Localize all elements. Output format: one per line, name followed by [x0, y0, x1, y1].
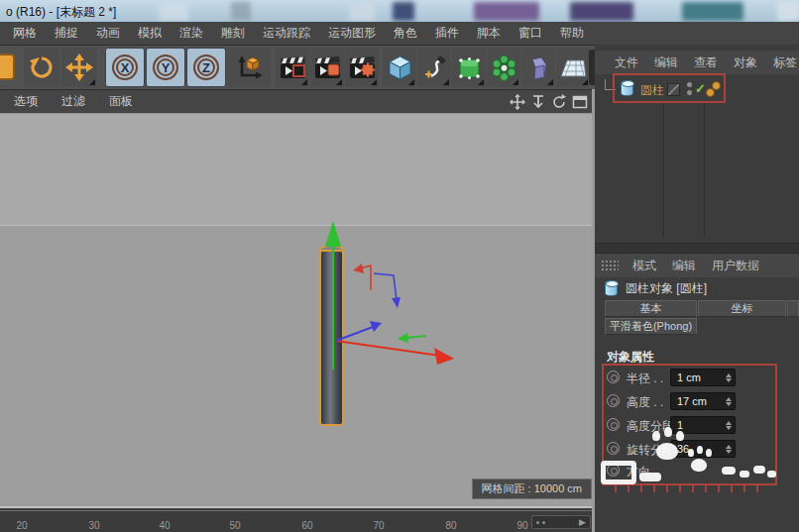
menu-item[interactable]: 运动跟踪 — [254, 25, 319, 42]
timeline-ruler[interactable]: 20 30 40 50 60 70 80 90 ▶ — [0, 510, 595, 532]
floor-environment-button[interactable] — [556, 48, 590, 87]
zoom-view-icon[interactable] — [529, 93, 547, 111]
panel-divider[interactable] — [595, 243, 799, 254]
menu-item[interactable]: 角色 — [385, 25, 426, 42]
plane-handle-blue — [392, 297, 400, 308]
chevron-right-icon: ▶ — [579, 517, 586, 527]
om-menu-item[interactable]: 对象 — [726, 54, 765, 71]
move-tool-button[interactable] — [61, 48, 97, 87]
annotation-box-object — [613, 73, 726, 103]
rotate-icon — [28, 53, 56, 81]
om-menu-item[interactable]: 查看 — [686, 54, 726, 71]
om-column-divider — [663, 103, 664, 238]
tab-phong[interactable]: 平滑着色(Phong) — [605, 318, 697, 335]
annotation-ticks — [615, 485, 765, 492]
menu-item[interactable]: 窗口 — [510, 25, 551, 42]
primitive-cube-button[interactable] — [383, 48, 416, 87]
cube-icon — [387, 54, 413, 81]
render-picture-viewer-icon — [313, 54, 341, 80]
menu-item[interactable]: 捕捉 — [46, 25, 87, 42]
lock-x-axis-button[interactable]: X — [105, 48, 145, 87]
x-axis-arrow — [434, 348, 454, 365]
background-window-thumbnail — [349, 2, 375, 21]
object-manager-menubar: 文件 编辑 查看 对象 标签 — [595, 51, 799, 74]
menu-item[interactable]: 网格 — [4, 25, 46, 42]
timeline-tick: 70 — [369, 520, 389, 531]
background-window-thumbnail — [231, 2, 251, 21]
am-menu-item[interactable]: 用户数据 — [704, 258, 767, 274]
plane-handle-red — [353, 264, 364, 273]
array-generator-button[interactable] — [487, 48, 520, 87]
toggle-view-icon[interactable] — [571, 93, 589, 111]
floor-icon — [559, 54, 587, 81]
edit-render-settings-button[interactable] — [345, 48, 379, 87]
subdivision-surface-button[interactable] — [452, 48, 486, 87]
coordinate-system-button[interactable] — [227, 48, 271, 87]
lock-z-label: Z — [202, 60, 210, 75]
right-panel: 文件 编辑 查看 对象 标签 圆柱 ✓ 模式 编辑 用 — [595, 45, 799, 532]
timeline-tick: 50 — [225, 520, 245, 531]
window-title: o (R16) - [末标题 2 *] — [6, 4, 116, 21]
lock-x-label: X — [121, 60, 130, 75]
om-menu-item[interactable]: 编辑 — [646, 54, 686, 71]
attribute-title-label: 圆柱对象 [圆柱] — [626, 280, 707, 297]
menu-item[interactable]: 运动图形 — [319, 25, 385, 42]
timeline-tick: 40 — [155, 520, 174, 531]
toolbar: X Y Z — [0, 46, 595, 89]
main-menubar: 网格 捕捉 动画 模拟 渲染 雕刻 运动跟踪 运动图形 角色 插件 脚本 窗口 … — [0, 22, 799, 46]
deformer-button[interactable] — [521, 48, 555, 87]
rotate-tool-button[interactable] — [24, 48, 59, 87]
tab-phong-label: 平滑着色(Phong) — [610, 319, 692, 334]
render-to-picture-viewer-button[interactable] — [310, 48, 344, 87]
render-view-button[interactable] — [276, 48, 309, 87]
menu-item[interactable]: 雕刻 — [212, 25, 254, 42]
menu-item[interactable]: 渲染 — [171, 25, 212, 42]
lock-y-axis-button[interactable]: Y — [146, 48, 185, 87]
viewport-menu-item[interactable]: 面板 — [97, 93, 145, 110]
timeline-tick: 20 — [12, 520, 32, 531]
menu-item[interactable]: 模拟 — [129, 25, 171, 42]
timeline-tick: 80 — [441, 520, 461, 531]
subdivision-surface-icon — [456, 54, 483, 81]
om-menu-item[interactable]: 标签 — [765, 54, 799, 71]
background-window-thumbnail — [777, 2, 799, 21]
tab-basic[interactable]: 基本 — [605, 300, 697, 317]
plane-handle-green — [398, 333, 408, 343]
render-view-icon — [279, 54, 306, 80]
array-generator-icon — [491, 54, 517, 81]
grip-icon[interactable] — [601, 260, 619, 271]
om-menu-item[interactable]: 文件 — [607, 54, 646, 71]
rotate-view-icon[interactable] — [550, 93, 568, 111]
om-column-divider — [704, 103, 705, 238]
background-window-thumbnail — [159, 2, 188, 21]
menu-item[interactable]: 插件 — [426, 25, 468, 42]
spline-pen-button[interactable] — [417, 48, 451, 87]
am-menu-item[interactable]: 模式 — [625, 258, 664, 274]
spline-pen-icon — [421, 54, 448, 81]
cylinder-object-icon — [605, 280, 618, 296]
tab-clipped[interactable] — [787, 300, 799, 317]
menu-item[interactable]: 帮助 — [551, 25, 593, 42]
menu-item[interactable]: 脚本 — [468, 25, 510, 42]
viewport-menu-item[interactable]: 过滤 — [50, 93, 97, 110]
undo-icon[interactable] — [0, 53, 15, 80]
timeline-range-slider[interactable]: ▶ — [531, 515, 591, 529]
tab-basic-label: 基本 — [640, 301, 662, 316]
timeline-tick: 60 — [297, 520, 317, 531]
menu-item[interactable]: 动画 — [87, 25, 129, 42]
tab-coordinates[interactable]: 坐标 — [698, 300, 786, 317]
attribute-manager-menubar: 模式 编辑 用户数据 — [595, 254, 799, 277]
attribute-object-title: 圆柱对象 [圆柱] — [595, 276, 799, 300]
grid-spacing-label: 网格间距 : 10000 cm — [472, 479, 592, 499]
move-gizmo[interactable] — [0, 114, 595, 508]
viewport-3d[interactable]: 网格间距 : 10000 cm — [0, 113, 595, 508]
am-menu-item[interactable]: 编辑 — [664, 258, 704, 274]
pan-view-icon[interactable] — [509, 93, 526, 111]
deformer-icon — [525, 54, 552, 81]
y-axis-arrow — [325, 221, 341, 247]
background-window-thumbnail — [682, 2, 743, 21]
lock-z-axis-button[interactable]: Z — [186, 48, 226, 87]
viewport-menu-item[interactable]: 选项 — [2, 93, 50, 110]
render-settings-gear-icon — [348, 54, 376, 80]
titlebar: o (R16) - [末标题 2 *] — [0, 0, 799, 22]
